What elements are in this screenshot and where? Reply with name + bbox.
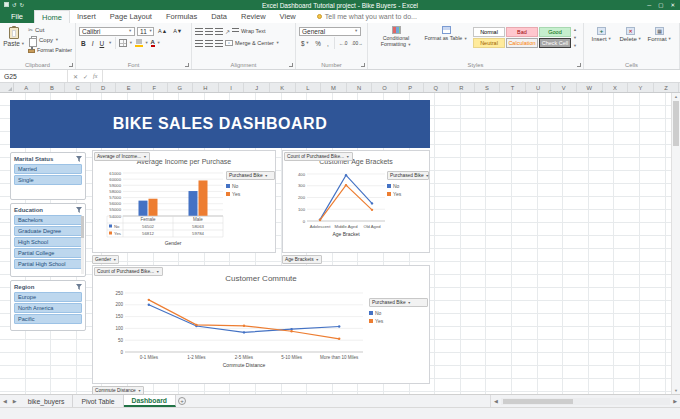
cell-style-calculation[interactable]: Calculation	[506, 38, 538, 48]
column-header-l[interactable]: L	[296, 83, 322, 92]
slicer-item-partial-college[interactable]: Partial College	[14, 248, 82, 258]
worksheet-grid[interactable]: BIKE SALES DASHBOARD Marital StatusMarri…	[0, 93, 680, 394]
save-icon[interactable]	[4, 2, 9, 7]
dialog-launcher-icon[interactable]	[185, 63, 189, 67]
name-box[interactable]: G25	[0, 70, 68, 82]
minimize-button[interactable]: ─	[647, 2, 651, 8]
axis-field-button-commute-distance[interactable]: Commute Distance▼	[92, 386, 144, 395]
font-size-select[interactable]: 11▼	[137, 27, 154, 36]
column-header-j[interactable]: J	[244, 83, 270, 92]
accounting-format-button[interactable]: $▼	[299, 40, 311, 47]
pivot-field-button[interactable]: Count of Purchased Bike...▼	[284, 152, 353, 161]
dialog-launcher-icon[interactable]	[289, 63, 293, 67]
pivot-field-button[interactable]: Count of Purchased Bike...▼	[94, 267, 163, 276]
select-all-corner[interactable]	[0, 83, 14, 92]
tab-formulas[interactable]: Formulas	[159, 10, 204, 23]
increase-font-size-button[interactable]: A▲	[156, 27, 169, 36]
pivot-field-button[interactable]: Average of Income...▼	[94, 152, 150, 161]
increase-decimal-button[interactable]: ←.0	[338, 41, 349, 46]
clear-filter-icon[interactable]	[76, 207, 82, 213]
column-header-z[interactable]: Z	[654, 83, 680, 92]
slicer-item-north-america[interactable]: North America	[14, 303, 82, 313]
slicer-item-married[interactable]: Married	[14, 164, 82, 174]
clear-filter-icon[interactable]	[76, 284, 82, 290]
middle-align-icon[interactable]	[205, 28, 213, 35]
font-color-icon[interactable]: A	[151, 39, 155, 47]
cell-style-neutral[interactable]: Neutral	[473, 38, 505, 48]
scroll-right-icon[interactable]: ▶	[670, 398, 680, 404]
bottom-align-icon[interactable]	[215, 28, 223, 35]
copy-button[interactable]: Copy▼	[27, 35, 73, 44]
slicer-item-graduate-degree[interactable]: Graduate Degree	[14, 226, 82, 236]
column-header-q[interactable]: Q	[424, 83, 450, 92]
legend-field-button[interactable]: Purchased Bike▼	[369, 298, 428, 307]
clear-filter-icon[interactable]	[76, 156, 82, 162]
tab-data[interactable]: Data	[204, 10, 234, 23]
tab-view[interactable]: View	[273, 10, 303, 23]
column-header-r[interactable]: R	[449, 83, 475, 92]
conditional-formatting-button[interactable]: Conditional Formatting ▼	[371, 25, 421, 48]
column-header-d[interactable]: D	[91, 83, 117, 92]
italic-button[interactable]: I	[90, 39, 96, 48]
horizontal-scrollbar[interactable]: ◀ ▶	[490, 395, 680, 407]
scrollbar-thumb[interactable]	[81, 216, 84, 238]
column-header-m[interactable]: M	[321, 83, 347, 92]
column-header-y[interactable]: Y	[628, 83, 654, 92]
slicer-item-pacific[interactable]: Pacific	[14, 314, 82, 324]
column-header-s[interactable]: S	[475, 83, 501, 92]
column-header-b[interactable]: B	[40, 83, 66, 92]
column-header-f[interactable]: F	[142, 83, 168, 92]
column-header-g[interactable]: G	[168, 83, 194, 92]
dialog-launcher-icon[interactable]	[577, 63, 581, 67]
format-cells-button[interactable]: ▦ Format▼	[645, 25, 674, 42]
vertical-scrollbar-thumb[interactable]	[673, 101, 679, 146]
column-header-n[interactable]: N	[347, 83, 373, 92]
column-header-e[interactable]: E	[116, 83, 142, 92]
underline-button[interactable]: U	[98, 39, 107, 48]
column-header-h[interactable]: H	[193, 83, 219, 92]
sheet-tab-bike-buyers[interactable]: bike_buyers	[20, 395, 74, 407]
axis-field-button-gender[interactable]: Gender▼	[92, 255, 119, 264]
column-header-w[interactable]: W	[577, 83, 603, 92]
legend-field-button[interactable]: Purchased Bike▼	[387, 171, 429, 180]
tab-page-layout[interactable]: Page Layout	[103, 10, 159, 23]
insert-cells-button[interactable]: + Insert▼	[587, 25, 616, 42]
paste-button[interactable]: Paste▼	[3, 25, 25, 54]
fill-color-icon[interactable]	[135, 39, 143, 47]
redo-icon[interactable]: ↻	[20, 2, 25, 8]
tell-me-box[interactable]: Tell me what you want to do...	[317, 10, 417, 23]
sheet-tab-dashboard[interactable]: Dashboard	[124, 395, 177, 407]
decrease-decimal-button[interactable]: .00→	[350, 41, 363, 46]
cell-style-normal[interactable]: Normal	[473, 27, 505, 37]
scroll-left-icon[interactable]: ◀	[491, 398, 501, 404]
slicer-item-bachelors[interactable]: Bachelors	[14, 215, 82, 225]
column-header-v[interactable]: V	[551, 83, 577, 92]
file-tab[interactable]: File	[0, 10, 34, 23]
underline-dropdown-icon[interactable]: ▼	[108, 41, 112, 45]
gallery-scroll-arrows[interactable]: ▲ ▼ ▼	[573, 27, 577, 48]
decrease-font-size-button[interactable]: A▼	[171, 27, 184, 36]
percent-style-button[interactable]: %	[313, 40, 323, 47]
cell-style-good[interactable]: Good	[539, 27, 571, 37]
column-header-x[interactable]: X	[603, 83, 629, 92]
font-name-select[interactable]: Calibri▼	[79, 27, 135, 36]
slicer-item-single[interactable]: Single	[14, 175, 82, 185]
bold-button[interactable]: B	[79, 39, 88, 48]
formula-input[interactable]	[103, 70, 680, 82]
tab-insert[interactable]: Insert	[70, 10, 103, 23]
horizontal-scrollbar-thumb[interactable]	[503, 399, 573, 404]
column-header-k[interactable]: K	[270, 83, 296, 92]
tab-home[interactable]: Home	[34, 10, 70, 23]
cancel-entry-icon[interactable]: ✕	[73, 73, 78, 80]
legend-field-button[interactable]: Purchased Bike▼	[226, 171, 275, 180]
enter-entry-icon[interactable]: ✓	[83, 73, 88, 80]
slicer-item-partial-high-school[interactable]: Partial High School	[14, 259, 82, 269]
new-sheet-button[interactable]: +	[176, 395, 188, 407]
close-button[interactable]: ✕	[670, 2, 675, 8]
format-as-table-button[interactable]: Format as Table ▼	[421, 25, 471, 48]
column-header-u[interactable]: U	[526, 83, 552, 92]
column-header-o[interactable]: O	[372, 83, 398, 92]
slicer-item-high-school[interactable]: High School	[14, 237, 82, 247]
maximize-button[interactable]: ▢	[658, 2, 663, 8]
cell-style-check-cell[interactable]: Check Cell	[539, 38, 571, 48]
